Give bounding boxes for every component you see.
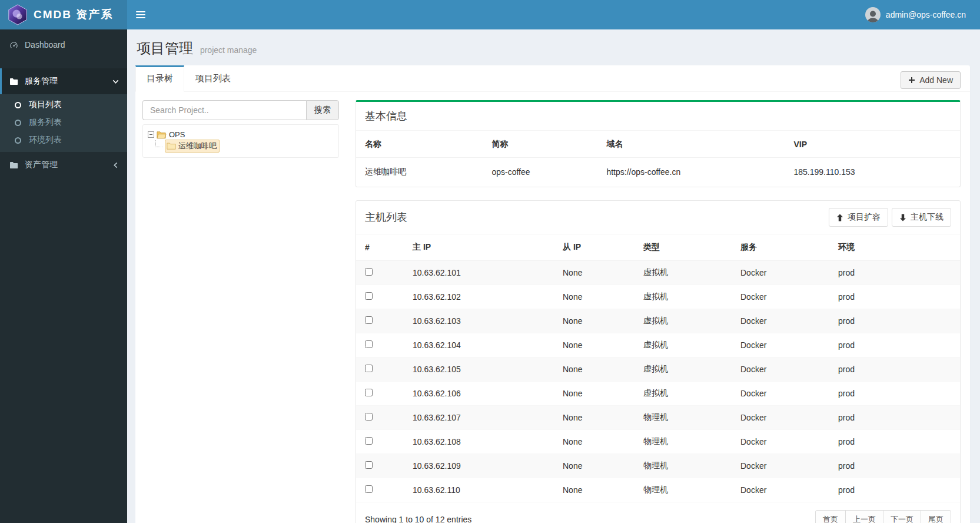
cell-ip: 10.63.62.101 [407, 261, 557, 285]
column-header: 从 IP [557, 234, 637, 261]
tree-node-label: OPS [169, 130, 185, 139]
cell-env: prod [832, 261, 960, 285]
plus-icon [908, 77, 915, 84]
folder-icon [167, 142, 176, 150]
sidebar-item-label: 项目列表 [29, 100, 62, 110]
table-row: 10.63.62.110None物理机Dockerprod [356, 478, 960, 502]
gauge-icon [9, 41, 19, 49]
cell-ip: 10.63.62.107 [407, 406, 557, 430]
sidebar-item-label: Dashboard [25, 40, 65, 49]
table-row: 10.63.62.101None虚拟机Dockerprod [356, 261, 960, 285]
sidebar: Dashboard 服务管理 项目列表 服务列表 环境列表 [0, 29, 127, 523]
main-content: 项目管理 project manage 目录树 项目列表 Add New 搜索 [127, 29, 980, 523]
cell-slave: None [557, 454, 637, 478]
page-title: 项目管理 [137, 40, 193, 56]
cell-ip: 10.63.62.104 [407, 333, 557, 358]
sidebar-item-service-manage[interactable]: 服务管理 [0, 68, 127, 94]
cell-vip: 185.199.110.153 [785, 158, 960, 187]
sidebar-item-label: 资产管理 [25, 160, 58, 170]
cell-service: Docker [735, 406, 832, 430]
tree-node-child[interactable]: 运维咖啡吧 [155, 140, 334, 151]
cell-service: Docker [735, 478, 832, 502]
cell-type: 物理机 [637, 406, 735, 430]
cell-env: prod [832, 382, 960, 406]
cell-type: 虚拟机 [637, 382, 735, 406]
row-checkbox[interactable] [365, 365, 373, 372]
cell-env: prod [832, 358, 960, 382]
basic-info-table: 名称 简称 域名 VIP 运维咖啡吧 ops-coffee [356, 131, 960, 187]
row-checkbox-cell [356, 430, 407, 454]
row-checkbox[interactable] [365, 413, 373, 421]
basic-info-header: 基本信息 [356, 102, 960, 131]
column-header: 类型 [637, 234, 735, 261]
cell-type: 物理机 [637, 430, 735, 454]
pagination-next[interactable]: 下一页 [883, 510, 921, 523]
host-offline-button[interactable]: 主机下线 [892, 208, 951, 227]
cell-type: 虚拟机 [637, 358, 735, 382]
circle-icon [13, 120, 23, 126]
row-checkbox[interactable] [365, 437, 373, 445]
search-group: 搜索 [142, 100, 339, 120]
content-header: 项目管理 project manage [135, 34, 970, 65]
entries-info: Showing 1 to 10 of 12 entries [365, 515, 471, 523]
row-checkbox-cell [356, 454, 407, 478]
sidebar-item-service-list[interactable]: 服务列表 [0, 114, 127, 131]
cell-type: 虚拟机 [637, 333, 735, 358]
user-menu[interactable]: admin@ops-coffee.cn [858, 0, 980, 29]
host-table-footer: Showing 1 to 10 of 12 entries 首页 上一页 下一页… [356, 502, 960, 523]
project-expand-button[interactable]: 项目扩容 [829, 208, 888, 227]
search-input[interactable] [142, 100, 306, 120]
cell-env: prod [832, 454, 960, 478]
row-checkbox[interactable] [365, 268, 373, 276]
tab-content: 搜索 OPS [135, 92, 970, 523]
project-tree: OPS 运维咖啡吧 [142, 124, 339, 158]
row-checkbox[interactable] [365, 316, 373, 324]
cell-service: Docker [735, 333, 832, 358]
folder-icon [9, 161, 19, 169]
row-checkbox[interactable] [365, 461, 373, 469]
cell-type: 物理机 [637, 454, 735, 478]
brand-logo[interactable]: CMDB 资产系 [0, 0, 127, 29]
column-header: 主 IP [407, 234, 557, 261]
cmdb-logo-icon [7, 4, 28, 25]
row-checkbox-cell [356, 382, 407, 406]
tab-directory-tree[interactable]: 目录树 [135, 65, 184, 92]
tree-node-selected[interactable]: 运维咖啡吧 [165, 140, 220, 153]
cell-ip: 10.63.62.103 [407, 309, 557, 333]
row-checkbox[interactable] [365, 340, 373, 348]
tree-column: 搜索 OPS [142, 100, 339, 523]
add-new-button[interactable]: Add New [901, 71, 961, 89]
cell-slave: None [557, 478, 637, 502]
host-offline-label: 主机下线 [911, 212, 944, 223]
pagination-last[interactable]: 尾页 [921, 510, 951, 523]
top-navbar: CMDB 资产系 admin@ops-coffee.cn [0, 0, 980, 29]
cell-env: prod [832, 333, 960, 358]
table-row: 10.63.62.103None虚拟机Dockerprod [356, 309, 960, 333]
collapse-icon[interactable] [148, 131, 154, 138]
table-row: 运维咖啡吧 ops-coffee https://ops-coffee.cn 1… [356, 158, 960, 187]
cell-service: Docker [735, 430, 832, 454]
row-checkbox-cell [356, 285, 407, 309]
pagination-prev[interactable]: 上一页 [845, 510, 883, 523]
cell-type: 物理机 [637, 478, 735, 502]
table-row: 10.63.62.104None虚拟机Dockerprod [356, 333, 960, 358]
arrow-up-icon [836, 214, 843, 221]
tree-node-root[interactable]: OPS [148, 129, 334, 140]
tab-project-list[interactable]: 项目列表 [184, 65, 242, 92]
search-button[interactable]: 搜索 [306, 100, 339, 120]
hamburger-icon[interactable] [127, 0, 154, 29]
cell-slave: None [557, 406, 637, 430]
row-checkbox-cell [356, 478, 407, 502]
cell-slave: None [557, 285, 637, 309]
sidebar-item-asset-manage[interactable]: 资产管理 [0, 152, 127, 178]
row-checkbox[interactable] [365, 389, 373, 396]
sidebar-item-env-list[interactable]: 环境列表 [0, 131, 127, 149]
cell-env: prod [832, 478, 960, 502]
row-checkbox[interactable] [365, 292, 373, 300]
sidebar-item-dashboard[interactable]: Dashboard [0, 32, 127, 58]
row-checkbox[interactable] [365, 485, 373, 493]
pagination-first[interactable]: 首页 [815, 510, 846, 523]
sidebar-item-project-list[interactable]: 项目列表 [0, 96, 127, 114]
circle-icon [13, 137, 23, 144]
user-email: admin@ops-coffee.cn [886, 10, 966, 19]
